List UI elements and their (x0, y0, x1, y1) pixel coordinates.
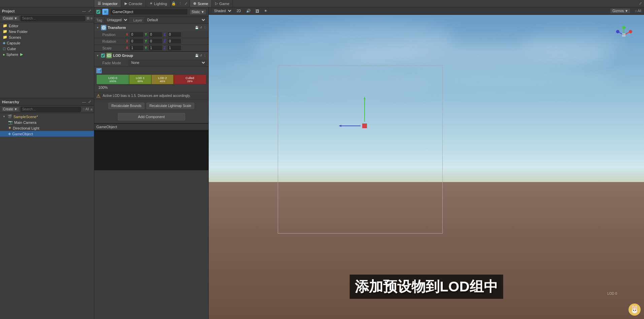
hierarchy-controls: — ⤢ (81, 100, 92, 104)
scale-y-input[interactable] (149, 45, 162, 50)
pos-z-input[interactable] (168, 32, 181, 37)
rot-x-input[interactable] (130, 39, 143, 44)
hier-item-dirlight[interactable]: ☀ Directional Light (0, 125, 94, 131)
project-minimize-btn[interactable]: — (81, 9, 87, 13)
hier-item-maincamera[interactable]: 📷 Main Camera (0, 119, 94, 125)
rot-y-field: Y (145, 39, 162, 44)
pos-y-input[interactable] (149, 32, 162, 37)
pos-x-input[interactable] (130, 32, 143, 37)
lod-fade-row: Fade Mode None (94, 59, 208, 67)
tree-item-scenes[interactable]: 📁 Scenes (0, 34, 94, 40)
inspector-lock-btn[interactable]: 🔒 (171, 1, 177, 6)
scale-z-input[interactable] (168, 45, 181, 50)
lod-group-title: LOD Group (113, 54, 194, 58)
tab-game[interactable]: ▷ Game (212, 0, 233, 7)
cloud-layer (209, 15, 644, 197)
hierarchy-filter-btn[interactable]: ≡ (91, 107, 93, 111)
rotation-fields: X Y Z (126, 39, 206, 44)
project-filter-btn[interactable]: ≡ (91, 16, 93, 21)
game-tab-label: Game (219, 2, 229, 6)
project-controls: — ⤢ (81, 9, 92, 13)
rot-y-input[interactable] (149, 39, 162, 44)
all-label[interactable]: ☆All (635, 9, 641, 13)
tree-item-cube[interactable]: ◻ Cube (0, 46, 94, 51)
2d-toggle-btn[interactable]: 2D (235, 9, 242, 13)
svg-rect-8 (98, 70, 100, 72)
tab-scene[interactable]: ⊕ Scene (190, 0, 212, 7)
lod2-segment[interactable]: LOD 2 46% (151, 75, 174, 84)
inspector-more-btn[interactable]: ⋮ (178, 1, 183, 6)
project-panel: Project — ⤢ Create ▼ ⊞ ≡ 📁 Editor (0, 7, 94, 98)
gizmos-dropdown[interactable]: Gizmos ▼ (610, 8, 631, 14)
lod2-label: LOD 2 (158, 76, 167, 80)
tag-select[interactable]: Untagged (104, 17, 129, 23)
lod-save-icon[interactable]: 💾 (195, 54, 199, 57)
fade-mode-select[interactable]: None (129, 60, 206, 66)
gameobj-name-input[interactable]: GameObject (110, 9, 188, 15)
transform-header[interactable]: ▼ Transform 💾 ↺ ⋮ (94, 24, 208, 31)
hierarchy-title: Hierarchy (2, 100, 19, 104)
lod-reset-icon[interactable]: ↺ (200, 54, 202, 57)
scale-z-field: Z (164, 45, 181, 50)
lod-group-header[interactable]: ▼ LOD Group 💾 ↺ ⋮ (94, 52, 208, 59)
lod-menu-icon[interactable]: ⋮ (203, 54, 206, 57)
skybox-btn[interactable]: 🖼 (255, 9, 260, 13)
project-maximize-btn[interactable]: ⤢ (88, 9, 92, 13)
tab-console[interactable]: ▶ Console (121, 0, 146, 7)
lod0-segment[interactable]: LOD 0 100% (97, 75, 129, 84)
gameobj-label-bar: GameObject (94, 123, 208, 130)
tab-lighting[interactable]: ☀ Lighting (146, 0, 171, 7)
tree-item-editor[interactable]: 📁 Editor (0, 23, 94, 29)
static-dropdown-btn[interactable]: Static ▼ (190, 9, 206, 15)
transform-reset-icon[interactable]: ↺ (200, 26, 202, 29)
rotation-label: Rotation (102, 39, 126, 43)
subtitle-text: 添加预设物到LOD组中 (355, 279, 498, 294)
lod-preview-icon (96, 68, 102, 73)
gameobj-active-checkbox[interactable] (96, 10, 100, 14)
culled-segment[interactable]: Culled 28% (174, 75, 206, 84)
transform-menu-icon[interactable]: ⋮ (203, 26, 206, 29)
rot-z-label: Z (164, 39, 167, 43)
scene-viewport[interactable]: 添加预设物到LOD组中 LOD 0 (209, 15, 644, 319)
lod-active-chk[interactable] (101, 54, 105, 58)
scene-icon: 🎬 (7, 114, 12, 119)
scale-x-input[interactable] (130, 45, 143, 50)
tab-inspector[interactable]: ☰ Inspector (94, 0, 121, 7)
add-component-btn[interactable]: Add Component (118, 113, 185, 120)
lod1-segment[interactable]: LOD 1 60% (129, 75, 151, 84)
inspector-expand-btn[interactable]: ⤢ (184, 1, 188, 6)
transform-save-icon[interactable]: 💾 (195, 26, 199, 29)
hier-item-gameobject[interactable]: ◈ GameObject (0, 131, 94, 137)
project-icons-btn[interactable]: ⊞ (87, 16, 90, 21)
hierarchy-maximize-btn[interactable]: ⤢ (88, 100, 92, 104)
hierarchy-panel: Hierarchy — ⤢ Create ▼ ☆All ≡ ▼ 🎬 Sample… (0, 98, 94, 319)
gameobj-preview (94, 130, 208, 170)
rot-z-input[interactable] (168, 39, 181, 44)
recalculate-bounds-btn[interactable]: Recalculate Bounds (108, 103, 144, 109)
tree-item-newfolder[interactable]: 📁 New Folder (0, 29, 94, 34)
layer-label: Layer (133, 18, 143, 22)
layer-select[interactable]: Default (144, 17, 206, 23)
hierarchy-search-input[interactable] (21, 107, 81, 112)
project-create-btn[interactable]: Create ▼ (1, 16, 19, 21)
sun-btn[interactable]: ☀ (263, 8, 268, 13)
svg-point-18 (629, 30, 632, 33)
svg-rect-21 (622, 33, 625, 37)
scale-y-label: Y (145, 46, 148, 50)
hierarchy-all-label[interactable]: ☆All (82, 107, 89, 111)
recalculate-lightmap-btn[interactable]: Recalculate Lightmap Scale (146, 103, 194, 109)
top-tabs-bar: ☰ Inspector ▶ Console ☀ Lighting 🔒 ⋮ ⤢ ⊕… (0, 0, 644, 7)
hierarchy-minimize-btn[interactable]: — (81, 100, 87, 104)
hierarchy-create-btn[interactable]: Create ▼ (1, 107, 19, 112)
shaded-dropdown[interactable]: Shaded (211, 8, 233, 14)
left-arrow (339, 125, 362, 127)
svg-point-22 (632, 309, 637, 313)
hier-item-samplescene[interactable]: ▼ 🎬 SampleScene* (0, 114, 94, 119)
svg-point-28 (635, 310, 636, 311)
tree-item-sphere[interactable]: ● Sphere ▶ (0, 51, 94, 57)
tree-item-capsule[interactable]: ◈ Capsule (0, 40, 94, 46)
audio-toggle-btn[interactable]: 🔊 (245, 8, 252, 13)
lod2-pct: 46% (160, 80, 165, 83)
project-search-input[interactable] (21, 16, 85, 21)
scene-close-btn[interactable]: ⤢ (638, 1, 643, 6)
